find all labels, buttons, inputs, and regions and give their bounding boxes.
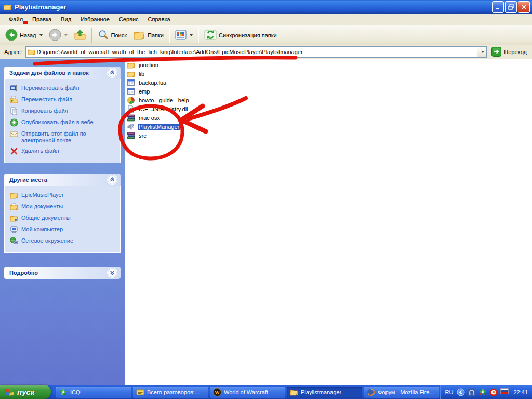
task-label: Опубликовать файл в вебе [21,118,94,126]
explorer-window: Playlistmanager Файл Правка Вид Избранно… [0,0,532,385]
forward-icon [49,29,61,42]
file-item-backup-lua[interactable]: backup.lua [125,78,532,87]
task-label: Удалить файл [21,147,59,154]
back-button[interactable]: Назад [2,28,46,43]
sync-folder-button[interactable]: Синхронизация папки [201,28,280,43]
address-path-text: D:\game's\world_of_warcraft_wrath_of_the… [35,49,477,55]
place-label: Общие документы [21,214,71,221]
help-file-icon [127,96,135,104]
file-item-mac-osx[interactable]: mac osx [125,113,532,122]
lua-file-icon [127,78,135,87]
menu-item-favorites[interactable]: Избранное [76,15,114,24]
file-label: emp [138,88,151,95]
folder-icon [10,191,18,200]
go-button[interactable]: Переход [490,46,530,58]
task-move-file[interactable]: Переместить файл [10,96,117,104]
collapse-panel-button[interactable] [107,175,117,185]
file-label: src [138,132,148,139]
menu-item-edit[interactable]: Правка [28,15,56,24]
firefox-icon [367,388,375,396]
toolbar-separator [198,28,199,43]
titlebar[interactable]: Playlistmanager [0,0,532,14]
file-item-ice-jniregistry-dll[interactable]: ICE_JNIRegistry.dll [125,104,532,113]
network-icon [10,237,18,245]
back-dropdown-caret-icon[interactable] [39,34,43,36]
close-icon [521,4,527,10]
task-label: Отправить этот файл по электронной почте [21,130,117,144]
place-my-computer[interactable]: Мой компьютер [10,225,117,234]
address-dropdown-button[interactable] [477,47,486,57]
file-label: lib [138,71,145,77]
toolbar-separator [91,28,92,43]
other-places-title: Другие места [9,177,47,183]
menu-item-help[interactable]: Справка [143,15,175,24]
icq-icon [59,388,68,396]
views-dropdown-caret-icon[interactable] [190,34,193,36]
icq-tray-icon[interactable] [478,388,487,396]
file-label: backup.lua [138,79,167,86]
file-item-junction[interactable]: junction [125,60,532,69]
file-item-lib[interactable]: lib [125,69,532,78]
close-button[interactable] [518,1,530,13]
task-button-icq[interactable]: ICQ [56,387,131,398]
task-button-world-of-warcraft[interactable]: W World of Warcraft [210,387,285,398]
minimize-button[interactable] [492,1,504,13]
search-button[interactable]: Поиск [95,28,130,43]
clock[interactable]: 22:41 [511,389,528,395]
up-button[interactable] [71,28,89,43]
hide-icons-chevron-icon[interactable] [457,388,465,396]
task-rename-file[interactable]: Переименовать файл [10,84,117,92]
address-input[interactable]: D:\game's\world_of_warcraft_wrath_of_the… [25,46,487,58]
restore-button[interactable] [505,1,517,13]
task-button-playlistmanager[interactable]: Playlistmanager [287,387,362,398]
file-item-src[interactable]: src [125,131,532,140]
task-button-conversations[interactable]: Всего разговоров:... [133,387,208,398]
place-label: Сетевое окружение [21,237,73,244]
forward-dropdown-caret-icon[interactable] [64,34,68,36]
views-button[interactable] [172,29,196,42]
other-places-header[interactable]: Другие места [4,174,121,186]
collapse-panel-button[interactable] [107,68,117,78]
place-epicmusicplayer[interactable]: EpicMusicPlayer [10,191,117,200]
russian-flag-icon[interactable] [500,388,509,396]
place-network[interactable]: Сетевое окружение [10,237,117,245]
task-publish-file[interactable]: Опубликовать файл в вебе [10,118,117,127]
file-item-howto[interactable]: howto - guide - help [125,96,532,104]
place-label: Мои документы [21,203,63,210]
search-icon [98,29,109,42]
menu-item-file[interactable]: Файл [4,15,28,24]
task-delete-file[interactable]: Удалить файл [10,147,117,155]
folders-label: Папки [148,32,164,38]
file-item-emp[interactable]: emp [125,87,532,96]
task-email-file[interactable]: Отправить этот файл по электронной почте [10,130,117,144]
forward-button[interactable] [46,28,71,43]
system-tray: RU 22:41 [440,385,532,399]
menu-item-tools[interactable]: Сервис [114,15,143,24]
views-icon [175,30,187,41]
place-my-documents[interactable]: Мои документы [10,203,117,211]
expand-panel-button[interactable] [107,268,117,278]
details-header[interactable]: Подробно [4,267,121,279]
file-tasks-title: Задачи для файлов и папок [9,70,89,76]
publish-icon [10,118,18,127]
start-button[interactable]: пуск [0,385,51,399]
task-copy-file[interactable]: Копировать файл [10,107,117,115]
file-label: junction [138,62,159,68]
file-tasks-header[interactable]: Задачи для файлов и папок [4,66,121,79]
file-label-selected: PlaylistManager [138,124,180,130]
folders-button[interactable]: Папки [130,28,167,43]
desktop: Playlistmanager Файл Правка Вид Избранно… [0,0,532,399]
archive-icon [127,114,135,122]
language-indicator[interactable]: RU [445,389,455,395]
taskbar: пуск ICQ Всего разговоров:... W World of… [0,385,532,399]
chevron-down-icon [110,270,115,275]
task-button-firefox-forum[interactable]: Форум - Mozilla Fire... [364,387,439,398]
file-item-playlistmanager[interactable]: PlaylistManager [125,122,532,131]
headphones-tray-icon[interactable] [468,388,476,396]
opera-tray-icon[interactable] [489,388,498,396]
task-label: Всего разговоров:... [147,389,200,395]
chevron-up-icon [110,70,115,75]
go-label: Переход [504,49,527,55]
place-shared-documents[interactable]: Общие документы [10,214,117,222]
menu-item-view[interactable]: Вид [56,15,76,24]
